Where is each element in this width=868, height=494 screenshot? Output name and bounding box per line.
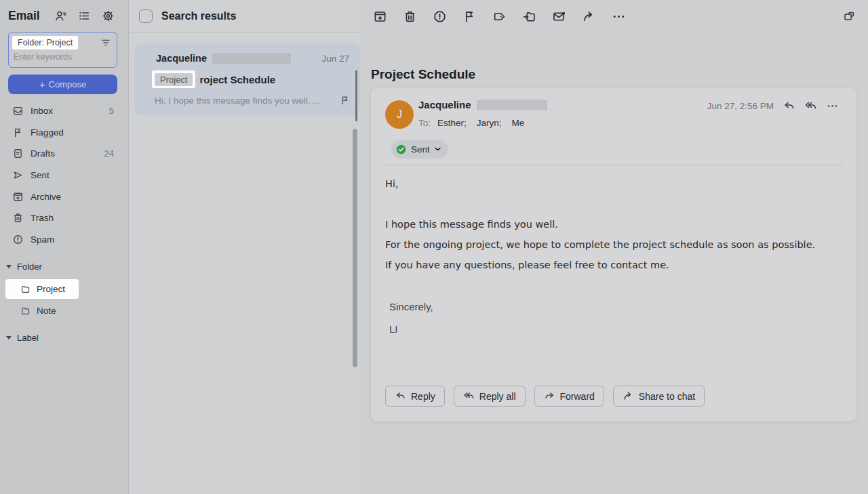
list-scrollbar[interactable] xyxy=(353,129,357,367)
list-item-date: Jun 27 xyxy=(321,54,349,64)
message-signature: Sincerely, LI xyxy=(385,295,825,340)
project-tag[interactable]: Project xyxy=(155,73,193,86)
filter-icon[interactable] xyxy=(100,37,111,48)
list-header: Search results xyxy=(129,0,361,33)
message-list: Search results Jacqueline Jun 27 Project… xyxy=(129,0,361,494)
sidebar-nav: Inbox 5 Flagged Drafts 24 Sent Archive xyxy=(0,100,129,250)
sidebar-folder-note[interactable]: Note xyxy=(5,301,79,321)
scroll-indicator xyxy=(355,70,357,121)
mark-unread-icon[interactable] xyxy=(551,8,567,24)
reply-icon[interactable] xyxy=(783,100,795,112)
spam-icon[interactable] xyxy=(431,8,448,24)
message-card: J Jacqueline To: Esther; Jaryn; Me Jun 2… xyxy=(371,88,856,421)
folder-icon xyxy=(20,284,31,294)
move-to-folder-icon[interactable] xyxy=(521,8,537,24)
flag-icon xyxy=(12,127,24,138)
search-filter-chip[interactable]: Folder: Project xyxy=(12,36,78,49)
collapse-triangle-icon xyxy=(6,265,12,268)
reply-icon xyxy=(395,390,406,402)
inbox-icon xyxy=(12,105,24,117)
unread-count: 5 xyxy=(109,106,114,116)
flag-icon[interactable] xyxy=(461,8,477,24)
check-circle-icon xyxy=(395,144,407,155)
more-icon[interactable] xyxy=(610,8,627,24)
trash-icon[interactable] xyxy=(401,8,418,24)
tag-icon[interactable] xyxy=(491,8,507,24)
reply-button[interactable]: Reply xyxy=(385,386,445,407)
plus-icon: + xyxy=(39,79,45,89)
reply-all-button[interactable]: Reply all xyxy=(454,386,526,407)
share-icon[interactable] xyxy=(580,8,597,24)
forward-button[interactable]: Forward xyxy=(534,386,604,407)
more-icon[interactable] xyxy=(826,100,839,112)
compose-button[interactable]: + Compose xyxy=(8,75,117,94)
trash-icon xyxy=(12,212,24,224)
message-body: Hi, I hope this message finds you well. … xyxy=(385,173,825,340)
list-item-subject: roject Schedule xyxy=(199,74,275,85)
message-datetime: Jun 27, 2:56 PM xyxy=(707,101,774,111)
sidebar: Email Folder: Project Enter key xyxy=(0,0,129,494)
archive-icon xyxy=(12,191,24,203)
contact-icon[interactable] xyxy=(54,9,67,22)
list-title: Search results xyxy=(161,10,236,22)
send-icon xyxy=(12,169,24,181)
draft-icon xyxy=(12,148,24,159)
sidebar-item-inbox[interactable]: Inbox 5 xyxy=(0,100,129,122)
share-to-chat-button[interactable]: Share to chat xyxy=(613,386,705,407)
reply-all-icon[interactable] xyxy=(804,100,817,112)
redacted-sender-surname xyxy=(212,53,291,64)
search-input[interactable]: Enter keywords xyxy=(14,52,111,62)
tag-highlight-box: Project xyxy=(152,70,195,88)
forward-icon xyxy=(544,390,555,402)
archive-icon[interactable] xyxy=(372,8,388,24)
settings-icon[interactable] xyxy=(102,9,115,22)
folder-icon xyxy=(20,306,31,316)
sidebar-item-spam[interactable]: Spam xyxy=(0,229,129,251)
sidebar-folder-project[interactable]: Project xyxy=(5,279,79,299)
list-view-icon[interactable] xyxy=(78,9,91,22)
to-label: To: xyxy=(418,118,431,128)
reading-pane: Project Schedule J Jacqueline To: Esther… xyxy=(361,0,868,494)
chevron-down-icon xyxy=(434,146,441,152)
share-icon xyxy=(623,390,634,402)
sidebar-item-archive[interactable]: Archive xyxy=(0,186,129,207)
select-all-checkbox[interactable] xyxy=(139,9,153,23)
message-toolbar xyxy=(361,0,868,33)
recipient[interactable]: Jaryn; xyxy=(477,118,502,128)
recipient[interactable]: Me xyxy=(512,118,525,128)
spam-icon xyxy=(12,234,24,245)
label-section-header[interactable]: Label xyxy=(6,333,39,343)
search-box[interactable]: Folder: Project Enter keywords xyxy=(8,32,117,68)
delivery-status-pill[interactable]: Sent xyxy=(391,140,448,159)
list-item-sender: Jacqueline xyxy=(156,53,207,64)
reply-all-icon xyxy=(463,390,475,402)
redacted-sender-surname xyxy=(477,100,547,110)
folder-section-header[interactable]: Folder xyxy=(6,262,42,272)
recipient[interactable]: Esther; xyxy=(437,118,467,128)
flag-icon[interactable] xyxy=(340,95,351,106)
divider xyxy=(384,165,843,165)
avatar[interactable]: J xyxy=(385,100,414,129)
open-in-new-window-icon[interactable] xyxy=(841,8,857,24)
sidebar-item-trash[interactable]: Trash xyxy=(0,207,129,229)
sidebar-item-flagged[interactable]: Flagged xyxy=(0,122,129,144)
sidebar-item-drafts[interactable]: Drafts 24 xyxy=(0,143,129,165)
status-label: Sent xyxy=(411,144,430,155)
mail-list-item[interactable]: Jacqueline Jun 27 Project roject Schedul… xyxy=(134,43,360,115)
email-app: Email Folder: Project Enter key xyxy=(0,0,868,494)
list-item-preview: Hi, I hope this message finds you well. … xyxy=(155,96,321,106)
message-sender[interactable]: Jacqueline xyxy=(418,99,471,110)
collapse-triangle-icon xyxy=(6,336,12,339)
app-title: Email xyxy=(8,9,40,23)
message-subject-title: Project Schedule xyxy=(371,67,475,82)
recipients-row: To: Esther; Jaryn; Me xyxy=(418,118,528,128)
sidebar-item-sent[interactable]: Sent xyxy=(0,165,129,186)
drafts-count: 24 xyxy=(104,148,114,159)
message-actions: Reply Reply all Forward Share to chat xyxy=(385,386,705,407)
